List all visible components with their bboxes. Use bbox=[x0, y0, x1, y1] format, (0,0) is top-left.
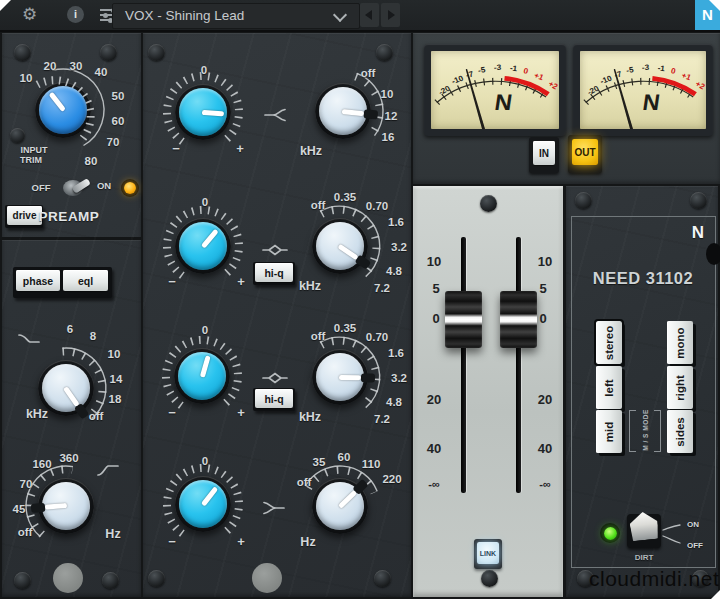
gain-plus-label: + bbox=[237, 405, 245, 420]
high-shelf-icon bbox=[264, 108, 288, 122]
svg-text:0: 0 bbox=[522, 66, 529, 76]
preamp-off-label: OFF bbox=[32, 182, 51, 193]
freq-unit-label: Hz bbox=[300, 535, 315, 549]
lf-scale-label: 70 bbox=[20, 478, 33, 490]
fader-scale-label: -∞ bbox=[428, 478, 440, 490]
freq-scale-label: 0.35 bbox=[334, 191, 356, 203]
fader-track-right[interactable] bbox=[516, 237, 521, 493]
freq-scale-label: off bbox=[297, 476, 312, 488]
mono-button[interactable]: mono bbox=[667, 321, 693, 364]
preset-selector[interactable]: VOX - Shining Lead bbox=[112, 3, 360, 29]
preamp-led bbox=[124, 182, 136, 194]
preamp-toggle[interactable] bbox=[60, 175, 88, 201]
meter-in-button[interactable]: IN bbox=[533, 141, 555, 165]
routing-title: NEED 31102 bbox=[593, 269, 693, 288]
stereo-button[interactable]: stereo bbox=[596, 321, 622, 364]
freq-scale-label: 110 bbox=[362, 458, 381, 470]
lf-filter-knob[interactable] bbox=[38, 478, 94, 534]
fader-track-left[interactable] bbox=[461, 237, 466, 493]
sides-button[interactable]: sides bbox=[667, 410, 693, 453]
fader-scale-label: 20 bbox=[538, 392, 552, 407]
gain-minus-label: − bbox=[168, 405, 176, 420]
fader-scale-label: 10 bbox=[427, 254, 441, 269]
freq-scale-label: off bbox=[361, 67, 376, 79]
input-trim-knob[interactable] bbox=[35, 82, 91, 138]
trim-scale-label: 80 bbox=[85, 155, 98, 167]
preset-name: VOX - Shining Lead bbox=[125, 8, 244, 23]
svg-text:+2: +2 bbox=[694, 79, 706, 91]
svg-text:-10: -10 bbox=[450, 74, 465, 87]
right-button[interactable]: right bbox=[667, 366, 693, 409]
link-button[interactable]: LINK bbox=[477, 542, 499, 564]
trim-scale-label: 60 bbox=[112, 115, 125, 127]
svg-text:-3: -3 bbox=[494, 63, 502, 72]
screw bbox=[102, 572, 119, 589]
hmf-gain-knob[interactable] bbox=[175, 218, 231, 274]
header-bar: ⚙ i VOX - Shining Lead N bbox=[0, 0, 720, 32]
svg-text:-5: -5 bbox=[477, 65, 486, 75]
side-notch bbox=[706, 243, 720, 265]
svg-text:N: N bbox=[493, 90, 514, 115]
svg-text:-5: -5 bbox=[626, 65, 635, 75]
trim-scale-label: 20 bbox=[44, 60, 57, 72]
lf-freq-knob[interactable] bbox=[312, 478, 368, 534]
freq-scale-label: 16 bbox=[382, 131, 395, 143]
lf-gain-knob[interactable] bbox=[175, 476, 231, 532]
drive-button[interactable]: drive bbox=[7, 206, 42, 225]
arrow-left-icon bbox=[365, 10, 372, 20]
lf-scale-label: 45 bbox=[13, 503, 26, 515]
preamp-on-label: ON bbox=[97, 180, 111, 191]
gear-icon[interactable]: ⚙ bbox=[22, 6, 37, 23]
freq-scale-label: off bbox=[311, 199, 326, 211]
trim-scale-label: 70 bbox=[107, 136, 120, 148]
dirt-on-label: ON bbox=[687, 520, 699, 529]
mid-button[interactable]: mid bbox=[596, 410, 622, 453]
fader-handle-left[interactable] bbox=[445, 291, 482, 348]
vu-face: -20 -10 -7 -5 -3 -1 0 +1 +2 N bbox=[431, 51, 559, 129]
screw bbox=[690, 192, 707, 209]
phase-button[interactable]: phase bbox=[16, 270, 60, 291]
info-icon[interactable]: i bbox=[67, 6, 84, 23]
dirt-switch[interactable] bbox=[627, 510, 661, 550]
routing-logo: N bbox=[692, 223, 704, 243]
hf-freq-knob[interactable] bbox=[315, 83, 371, 139]
gain-zero-label: 0 bbox=[201, 64, 207, 76]
eql-button[interactable]: eql bbox=[63, 270, 108, 291]
hidden-knob bbox=[252, 563, 282, 593]
left-button[interactable]: left bbox=[596, 366, 622, 409]
screw bbox=[480, 195, 497, 212]
gain-plus-label: + bbox=[236, 141, 244, 156]
ms-bracket bbox=[654, 410, 661, 452]
svg-text:N: N bbox=[641, 89, 662, 114]
lmf-freq-knob[interactable] bbox=[312, 349, 368, 405]
fader-handle-right[interactable] bbox=[500, 291, 537, 348]
dirt-led bbox=[604, 527, 617, 540]
freq-scale-label: 0.35 bbox=[334, 322, 356, 334]
trim-scale-label: 40 bbox=[95, 66, 108, 78]
gain-plus-label: + bbox=[237, 534, 245, 549]
ms-mode-label: M / S MODE bbox=[642, 409, 649, 450]
lmf-gain-knob[interactable] bbox=[174, 348, 230, 404]
hmf-freq-knob[interactable] bbox=[312, 218, 368, 274]
hf-scale-label: 6 bbox=[67, 323, 73, 335]
input-trim-label: INPUT bbox=[21, 145, 48, 155]
hf-scale-label: off bbox=[89, 410, 104, 422]
preset-prev-button[interactable] bbox=[360, 3, 379, 27]
trim-scale-label: 30 bbox=[70, 60, 83, 72]
preset-next-button[interactable] bbox=[381, 3, 400, 27]
freq-scale-label: 3.2 bbox=[391, 372, 407, 384]
freq-scale-label: 3.2 bbox=[391, 241, 407, 253]
meter-in-button-base: IN bbox=[529, 137, 559, 173]
svg-text:+1: +1 bbox=[533, 71, 546, 83]
trim-scale-label: 50 bbox=[112, 90, 125, 102]
meter-out-button[interactable]: OUT bbox=[572, 139, 598, 165]
lf-scale-label: off bbox=[18, 526, 33, 538]
screw bbox=[148, 570, 165, 587]
hf-scale-label: 14 bbox=[110, 373, 123, 385]
dirt-label: DIRT bbox=[635, 553, 654, 562]
fader-scale-label: 10 bbox=[538, 254, 552, 269]
low-shelf-icon bbox=[261, 501, 285, 515]
screw bbox=[14, 572, 31, 589]
freq-scale-label: 10 bbox=[381, 88, 394, 100]
hf-gain-knob[interactable] bbox=[175, 84, 231, 140]
